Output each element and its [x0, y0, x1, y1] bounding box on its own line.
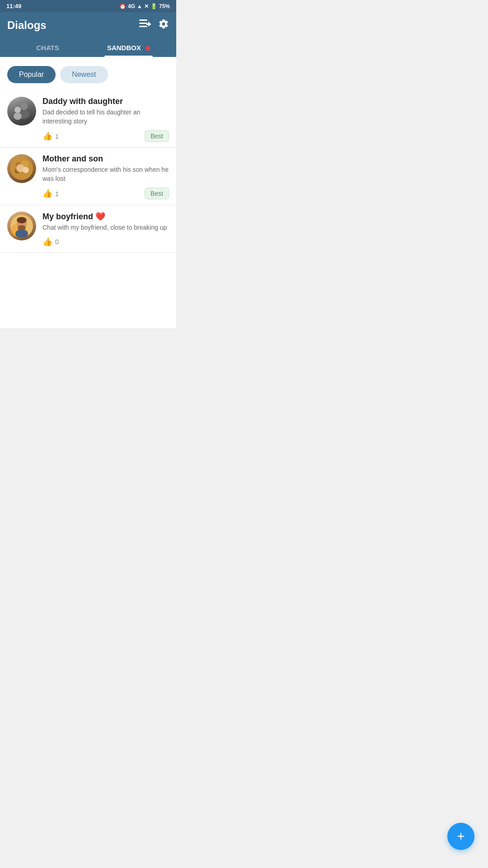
svg-rect-2: [139, 26, 147, 27]
tab-chats[interactable]: CHATS: [7, 39, 88, 57]
chat-description: Dad decided to tell his daughter an inte…: [42, 108, 169, 126]
filter-row: Popular Newest: [0, 57, 176, 90]
chat-item-mother-son[interactable]: Mother and son Mom's correspondence with…: [0, 148, 176, 205]
svg-rect-1: [139, 23, 147, 24]
like-row: 👍 1: [42, 131, 59, 141]
like-count: 1: [55, 132, 59, 140]
tab-bar: CHATS SANDBOX: [7, 39, 169, 57]
best-badge: Best: [145, 130, 169, 142]
avatar-mother-son: [7, 154, 36, 183]
svg-point-7: [14, 107, 21, 113]
thumbs-up-icon: 👍: [42, 131, 52, 141]
header: Dialogs CHATS SANDBOX: [0, 12, 176, 57]
new-chat-icon[interactable]: [139, 19, 151, 31]
svg-point-8: [14, 113, 22, 120]
battery-icon: 🔋: [150, 3, 157, 9]
chat-list: Daddy with daughter Dad decided to tell …: [0, 90, 176, 253]
chat-meta: 👍 1 Best: [42, 130, 169, 142]
chat-meta: 👍 0: [42, 237, 169, 247]
header-actions: [139, 19, 169, 32]
chat-title: My boyfriend ❤️: [42, 212, 169, 222]
chat-title: Daddy with daughter: [42, 97, 169, 106]
chat-info-my-boyfriend: My boyfriend ❤️ Chat with my boyfriend, …: [42, 212, 169, 247]
chat-description: Mom's correspondence with his son when h…: [42, 165, 169, 183]
status-time: 11:49: [6, 3, 21, 9]
svg-rect-0: [139, 19, 147, 21]
chat-item-daddy-daughter[interactable]: Daddy with daughter Dad decided to tell …: [0, 90, 176, 148]
like-row: 👍 0: [42, 237, 59, 247]
page-title: Dialogs: [7, 19, 47, 32]
svg-point-16: [23, 167, 29, 173]
chat-info-mother-son: Mother and son Mom's correspondence with…: [42, 154, 169, 199]
chat-item-my-boyfriend[interactable]: My boyfriend ❤️ Chat with my boyfriend, …: [0, 205, 176, 253]
like-row: 👍 1: [42, 189, 59, 198]
battery-level: 75%: [159, 3, 170, 9]
filter-popular-button[interactable]: Popular: [7, 66, 56, 83]
main-content: Popular Newest Daddy with da: [0, 57, 176, 328]
like-count: 1: [55, 190, 59, 198]
svg-point-21: [17, 217, 27, 223]
settings-icon[interactable]: [158, 19, 169, 32]
avatar-my-boyfriend: [7, 212, 36, 241]
status-icons: ⏰ 4G ▲ ✕ 🔋 75%: [119, 3, 170, 9]
chat-description: Chat with my boyfriend, close to breakin…: [42, 223, 169, 232]
sandbox-notification-dot: [145, 46, 150, 51]
chat-meta: 👍 1 Best: [42, 188, 169, 199]
svg-rect-4: [146, 24, 151, 25]
like-count: 0: [55, 238, 59, 245]
filter-newest-button[interactable]: Newest: [60, 66, 108, 83]
tab-sandbox[interactable]: SANDBOX: [88, 39, 169, 57]
avatar-daddy-daughter: [7, 97, 36, 126]
svg-point-5: [20, 103, 28, 110]
thumbs-up-icon: 👍: [42, 237, 52, 247]
chat-title: Mother and son: [42, 154, 169, 164]
data-icon: ✕: [144, 3, 149, 9]
chat-info-daddy-daughter: Daddy with daughter Dad decided to tell …: [42, 97, 169, 142]
status-bar: 11:49 ⏰ 4G ▲ ✕ 🔋 75%: [0, 0, 176, 12]
alarm-icon: ⏰: [119, 3, 126, 9]
signal-icon: ▲: [137, 3, 142, 9]
best-badge: Best: [145, 188, 169, 199]
thumbs-up-icon: 👍: [42, 189, 52, 198]
network-label: 4G: [128, 3, 135, 9]
